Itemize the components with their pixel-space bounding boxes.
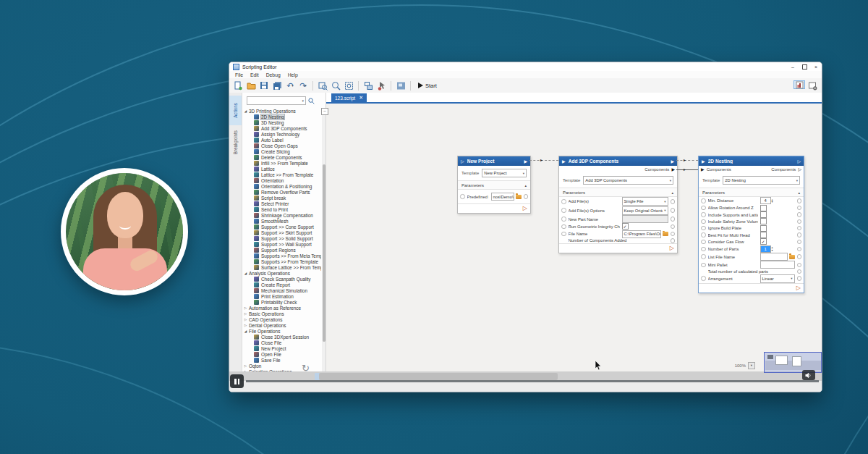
input-port[interactable] <box>701 206 706 211</box>
output-port[interactable] <box>797 219 802 224</box>
search-icon[interactable] <box>308 98 315 104</box>
open-folder-icon[interactable] <box>246 80 256 91</box>
node-header[interactable]: ▶Add 3DP Components▶ <box>559 156 677 166</box>
parameter-input[interactable]: nos\Demo\N <box>491 193 514 201</box>
menu-item-file[interactable]: File <box>231 72 247 77</box>
tree-group[interactable]: ▷Automation as Reference <box>242 305 321 311</box>
tree-expander-icon[interactable]: ◢ <box>242 272 249 275</box>
parameter-input[interactable] <box>760 253 788 261</box>
tree-item[interactable]: Create Report <box>242 282 321 287</box>
menu-item-debug[interactable]: Debug <box>263 72 284 77</box>
tree-item[interactable]: Close File <box>242 340 321 345</box>
spinner-value[interactable]: 4 <box>760 197 771 204</box>
output-port[interactable] <box>797 198 802 203</box>
tree-item[interactable]: Mechanical Simulation <box>242 287 321 293</box>
input-port[interactable] <box>701 276 706 281</box>
search-field[interactable] <box>247 98 301 104</box>
input-port[interactable] <box>701 198 706 203</box>
output-port[interactable] <box>797 232 802 237</box>
tab-actions[interactable]: Actions <box>229 96 242 125</box>
flow-out-pin[interactable]: ▶ <box>671 159 674 164</box>
output-pin[interactable]: ▷ <box>798 167 801 172</box>
input-port[interactable] <box>701 232 706 237</box>
parameter-checkbox[interactable] <box>760 232 767 238</box>
input-port[interactable] <box>561 232 566 237</box>
tree-expander-icon[interactable]: ▷ <box>242 306 249 310</box>
tree-item[interactable]: Send to Print <box>242 206 321 212</box>
tree-expander-icon[interactable]: ◢ <box>242 109 249 113</box>
tree-group[interactable]: ◢Analysis Operations <box>242 270 321 276</box>
redo-icon[interactable]: ↷▾ <box>298 80 308 91</box>
tree-item[interactable]: 3D Nesting <box>242 119 321 125</box>
input-port[interactable] <box>701 212 706 217</box>
horizontal-scrollbar-thumb[interactable] <box>319 373 558 380</box>
run-node-icon[interactable]: ▷ <box>670 245 674 251</box>
zoom-reset-icon[interactable] <box>344 80 354 91</box>
output-port[interactable] <box>797 226 802 231</box>
parameter-checkbox[interactable]: ✓ <box>760 238 767 245</box>
input-port[interactable] <box>701 254 706 259</box>
output-port[interactable] <box>797 240 802 245</box>
parameter-input[interactable]: C:\Program Files\Oqto <box>622 230 661 238</box>
tree-item[interactable]: SmoothMesh <box>242 218 321 224</box>
output-port[interactable] <box>671 232 676 237</box>
tree-item[interactable]: Support >> Cone Support <box>242 224 321 230</box>
tree-item[interactable]: Add 3DP Components <box>242 125 321 131</box>
template-select[interactable]: New Project▾ <box>482 169 527 177</box>
tree-item[interactable]: Supports >> From Meta Template <box>242 253 321 258</box>
browse-folder-icon[interactable] <box>789 255 795 259</box>
tree-group[interactable]: ▷CAD Operations <box>242 316 321 322</box>
close-tab-icon[interactable]: ✕ <box>359 96 363 100</box>
tree-item[interactable]: Check Scanpath Quality <box>242 276 321 282</box>
tree-item[interactable]: Create Slicing <box>242 148 321 154</box>
flow-in-pin[interactable]: ▶ <box>562 159 566 164</box>
input-port[interactable] <box>701 219 706 224</box>
tree-item[interactable]: New Project <box>242 345 321 351</box>
overview-icon[interactable] <box>396 80 406 91</box>
output-pin[interactable]: ▶ <box>671 167 675 172</box>
tree-item[interactable]: Infill >> From Template <box>242 160 321 166</box>
input-port[interactable] <box>561 217 566 222</box>
tree-item[interactable]: Close Open Gaps <box>242 143 321 148</box>
tab-breakpoints[interactable]: Breakpoints <box>229 127 242 159</box>
collapse-icon[interactable]: ▴ <box>798 190 800 195</box>
tree-item[interactable]: Auto Label <box>242 137 321 143</box>
spinner-arrows[interactable]: ▴▾ <box>772 246 773 251</box>
input-port[interactable] <box>561 199 566 204</box>
tree-group[interactable]: ◢File Operations <box>242 328 321 334</box>
output-port[interactable] <box>797 254 802 259</box>
zoom-selection-icon[interactable] <box>318 80 328 91</box>
node-header[interactable]: ▶2D Nesting▷ <box>699 156 804 166</box>
tree-item[interactable]: Orientation <box>242 177 321 183</box>
replay-icon[interactable]: ↻ <box>302 363 310 374</box>
window-settings-icon[interactable] <box>807 80 817 91</box>
volume-button[interactable] <box>802 370 815 380</box>
tree-group[interactable]: ▷Basic Operations <box>242 311 321 316</box>
tree-expander-icon[interactable]: ▷ <box>242 364 249 368</box>
spinner-value[interactable]: 1 <box>760 245 771 253</box>
output-port[interactable] <box>797 206 802 211</box>
tree-scrollbar-thumb[interactable] <box>323 164 326 342</box>
tree-item[interactable]: Lattice >> From Template <box>242 172 321 177</box>
parameter-spinner[interactable]: 1▴▾ <box>760 245 773 253</box>
tree-item[interactable]: Orientation & Positioning <box>242 183 321 189</box>
output-port[interactable] <box>797 247 802 252</box>
chevron-down-icon[interactable]: ▾ <box>302 98 304 103</box>
parameter-select[interactable]: Keep Original Orientation▾ <box>622 206 668 215</box>
parameter-checkbox[interactable]: ✓ <box>622 223 629 230</box>
close-button[interactable]: × <box>810 62 822 71</box>
output-port[interactable] <box>797 276 802 281</box>
tree-item[interactable]: Remove Overflow Parts <box>242 189 321 195</box>
tree-item[interactable]: Support >> Wall Support <box>242 241 321 247</box>
menu-item-help[interactable]: Help <box>284 72 302 77</box>
parameter-input[interactable] <box>760 261 795 269</box>
parameters-header[interactable]: Parameters▴ <box>458 180 530 190</box>
input-port[interactable] <box>701 226 706 231</box>
input-port[interactable] <box>561 224 566 230</box>
parameters-header[interactable]: Parameters▴ <box>559 188 677 197</box>
input-port[interactable] <box>701 263 706 268</box>
menu-item-edit[interactable]: Edit <box>247 72 263 77</box>
output-port[interactable] <box>671 224 676 230</box>
pause-button[interactable] <box>230 374 244 388</box>
script-canvas[interactable]: 123.script ✕ ▷New Project▶TemplateNew Pr… <box>326 93 822 392</box>
